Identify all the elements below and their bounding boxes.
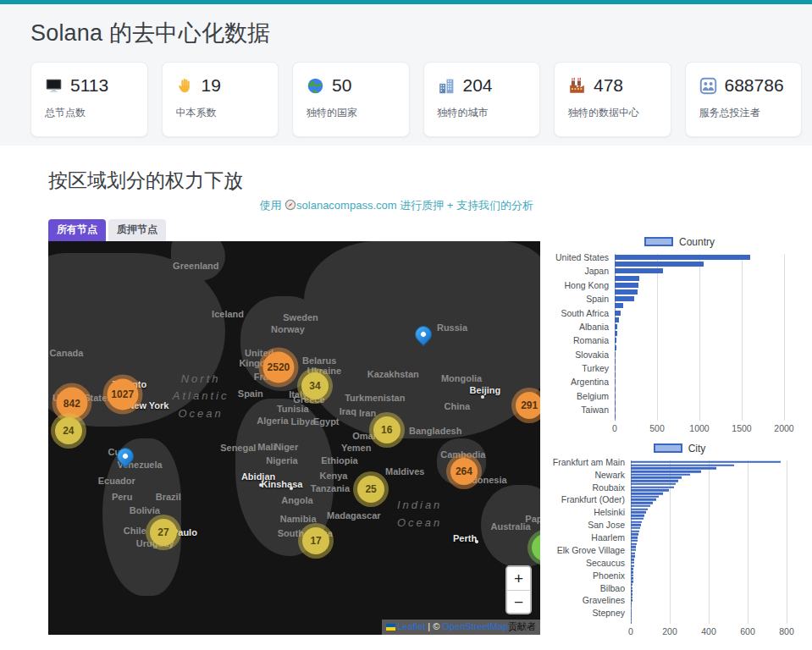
map-attribution: Leaflet | © OpenStreetMap贡献者 (382, 620, 540, 635)
bar-row (615, 302, 784, 309)
chart-plot-area: United StatesJapanHong KongSpainSouth Af… (615, 254, 784, 421)
x-tick-label: 800 (779, 626, 794, 636)
x-tick-label: 200 (662, 626, 677, 636)
node-cluster-marker[interactable]: 16 (373, 416, 400, 443)
category-label: United States (555, 252, 609, 262)
stat-label: 中本系数 (176, 106, 265, 120)
x-tick-label: 0 (628, 626, 633, 636)
node-cluster-marker[interactable]: 27 (150, 519, 177, 546)
bar (615, 303, 623, 308)
bar-row (615, 344, 784, 350)
stat-label: 独特的数据中心 (568, 106, 657, 120)
bar (615, 324, 617, 329)
bar-row: Belgium (615, 393, 784, 399)
zoom-in-button[interactable]: + (507, 567, 530, 590)
stat-label: 独特的国家 (307, 106, 395, 120)
page: Solana 的去中心化数据 5113 总节点数 19 中本系数 50 独特的国… (0, 0, 812, 650)
bar-row (615, 413, 784, 420)
category-label: Frankfurt (Oder) (561, 494, 625, 504)
category-label: Newark (594, 470, 625, 480)
factory-icon (568, 77, 586, 95)
tab-staked-nodes[interactable]: 质押节点 (108, 219, 166, 241)
node-cluster-marker[interactable]: 34 (301, 372, 329, 399)
stat-card-cities: 204 独特的城市 (423, 62, 541, 137)
node-cluster-marker[interactable]: 842 (56, 388, 87, 419)
node-cluster-marker[interactable]: 2520 (262, 351, 294, 383)
node-cluster-marker[interactable]: 25 (357, 476, 384, 503)
node-cluster-marker[interactable]: 264 (450, 458, 478, 485)
x-tick-label: 600 (740, 626, 755, 636)
bar (615, 352, 616, 357)
bar-row (615, 386, 784, 393)
bar-row (631, 621, 787, 625)
x-tick-label: 0 (612, 423, 617, 433)
leaflet-link[interactable]: Leaflet (397, 621, 425, 631)
people-icon (699, 77, 717, 95)
bar (615, 296, 634, 301)
bar (615, 372, 616, 377)
world-map[interactable]: GreenlandIcelandNorwaySwedenCanadaUnited… (48, 241, 540, 635)
map-pin-marker[interactable] (413, 324, 434, 351)
category-label: Albania (579, 322, 609, 332)
ukraine-flag-icon (386, 624, 395, 631)
solanacompass-link[interactable]: solanacompass.com (296, 199, 397, 212)
bar (615, 262, 704, 267)
zoom-out-button[interactable]: − (507, 590, 530, 613)
cityscape-icon (438, 77, 456, 95)
legend-label: City (688, 443, 706, 454)
bar-row (615, 317, 784, 323)
staking-promo: 使用 solanacompass.com 进行质押 + 支持我们的分析 (48, 197, 540, 214)
bar (615, 276, 639, 281)
bar-chart-city: CityFrankfurt am MainNewarkRoubaixFrankf… (550, 443, 809, 640)
x-tick-label: 500 (649, 423, 665, 433)
legend-swatch-icon (644, 237, 673, 246)
legend-swatch-icon (654, 443, 682, 453)
map-zoom-control: + − (505, 565, 532, 614)
bar (615, 338, 616, 343)
bar (615, 268, 663, 273)
map-tabs: 所有节点质押节点 (48, 219, 540, 241)
landmass-australia (481, 485, 540, 568)
category-label: Belgium (577, 391, 609, 401)
map-city-dot (259, 483, 262, 487)
bar-row (615, 261, 784, 267)
x-tick-label: 400 (701, 626, 716, 636)
bar-row (615, 330, 784, 337)
map-pin-marker[interactable] (115, 446, 135, 473)
bar-row: Japan (615, 267, 784, 274)
stat-card-countries: 50 独特的国家 (292, 62, 410, 137)
gridline (787, 460, 787, 624)
bar (615, 366, 616, 371)
map-city-dot (290, 487, 293, 490)
category-label: Secaucus (586, 558, 625, 568)
stat-card-total-nodes: 5113 总节点数 (30, 62, 148, 137)
category-label: Phoenix (593, 570, 625, 581)
bar-row: Slovakia (615, 351, 784, 358)
category-label: Gravelines (583, 595, 625, 605)
bar (615, 345, 616, 350)
bar (615, 359, 616, 364)
openstreetmap-link[interactable]: OpenStreetMap (442, 621, 508, 631)
bar-row: Hong Kong (615, 282, 784, 289)
category-label: Elk Grove Village (557, 545, 625, 555)
bar (615, 379, 616, 384)
node-cluster-marker[interactable]: 291 (516, 392, 540, 419)
stat-card-stakers: 688786 服务总投注者 (685, 62, 803, 137)
category-label: Argentina (571, 377, 609, 387)
node-cluster-marker[interactable]: 17 (302, 527, 329, 554)
stat-label: 独特的城市 (438, 106, 527, 120)
tab-all-nodes[interactable]: 所有节点 (48, 219, 106, 241)
attribution-separator: | © (425, 621, 442, 631)
stat-card-nakamoto: 19 中本系数 (162, 62, 279, 137)
globe-icon (307, 77, 324, 95)
category-label: Japan (584, 266, 609, 276)
bar (615, 387, 616, 392)
node-cluster-marker[interactable]: 1027 (107, 378, 138, 410)
category-label: Roubaix (592, 482, 625, 493)
bar (615, 311, 621, 316)
compass-icon (284, 199, 296, 212)
category-label: South Africa (561, 308, 609, 318)
stats-row: 5113 总节点数 19 中本系数 50 独特的国家 204 独特的城市 (30, 62, 802, 137)
node-cluster-marker[interactable]: 24 (55, 417, 82, 444)
category-label: Haarlem (591, 532, 625, 543)
